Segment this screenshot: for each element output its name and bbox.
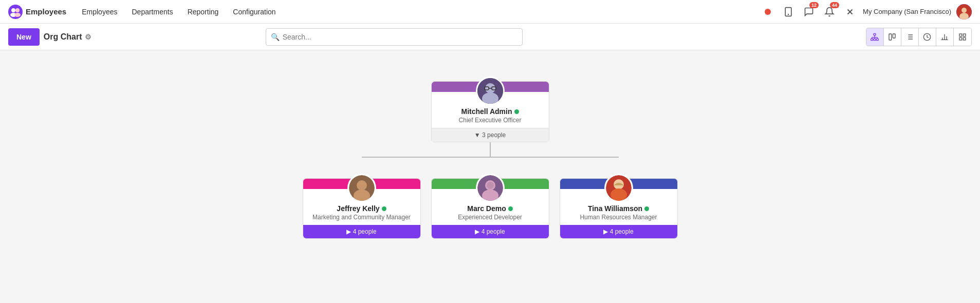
ceo-title: Chief Executive Officer	[437, 117, 544, 124]
svg-rect-36	[959, 37, 962, 40]
phone-icon	[783, 7, 793, 17]
employee-name-0: Jeffrey Kelly	[308, 204, 415, 213]
view-grid-btn[interactable]	[954, 28, 971, 46]
activity-icon-btn[interactable]: 44	[822, 4, 837, 20]
chat-icon	[804, 7, 814, 17]
svg-rect-12	[874, 33, 876, 35]
svg-rect-22	[893, 34, 896, 38]
employee-card-1[interactable]: Marc Demo Experienced Developer ▶ 4 peop…	[431, 178, 549, 239]
svg-rect-35	[963, 34, 966, 36]
x-icon	[845, 7, 855, 16]
employee-avatar-image-0	[349, 175, 375, 201]
subordinates-row: Jeffrey Kelly Marketing and Community Ma…	[303, 158, 678, 239]
chat-badge: 12	[809, 2, 819, 8]
org-chart: Mitchell Admin Chief Executive Officer ▼…	[10, 61, 970, 239]
brand-name: Employees	[26, 7, 66, 16]
employee-status-dot-1	[508, 206, 513, 211]
employee-body-2: Tina Williamson Human Resources Manager	[560, 202, 677, 225]
status-dot[interactable]	[760, 4, 775, 20]
employee-name-2: Tina Williamson	[565, 204, 672, 213]
svg-point-53	[611, 188, 627, 201]
employee-avatar-0	[347, 174, 376, 202]
employee-avatar-wrap-2	[560, 174, 677, 202]
list-icon	[905, 33, 914, 41]
employee-avatar-image-2	[606, 175, 632, 201]
search-input[interactable]	[266, 28, 523, 46]
kanban-icon	[888, 33, 896, 41]
nav-reporting[interactable]: Reporting	[180, 0, 226, 24]
svg-rect-34	[959, 34, 962, 36]
h-connector	[316, 142, 665, 158]
svg-point-4	[14, 13, 21, 17]
new-button[interactable]: New	[8, 28, 40, 46]
toolbar: New Org Chart ⚙ 🔍	[0, 24, 980, 50]
employee-card-2[interactable]: Tina Williamson Human Resources Manager …	[560, 178, 678, 239]
title-text: Org Chart	[44, 32, 82, 42]
view-clock-btn[interactable]	[919, 28, 936, 46]
view-icons	[866, 28, 972, 46]
user-avatar[interactable]	[956, 4, 972, 20]
employee-title-2: Human Resources Manager	[565, 214, 672, 221]
phone-icon-btn[interactable]	[781, 4, 796, 20]
employee-avatar-image-1	[477, 175, 503, 201]
employee-card-0[interactable]: Jeffrey Kelly Marketing and Community Ma…	[303, 178, 421, 239]
search-icon: 🔍	[271, 33, 280, 41]
top-nav: Employees Employees Departments Reportin…	[0, 0, 980, 24]
svg-rect-37	[963, 37, 966, 40]
employee-people-btn-0[interactable]: ▶ 4 people	[303, 225, 420, 238]
nav-right: 12 44 My Company (San Francisco)	[760, 4, 972, 20]
view-hierarchy-btn[interactable]	[866, 28, 884, 46]
employee-title-1: Experienced Developer	[437, 214, 544, 221]
ceo-body: Mitchell Admin Chief Executive Officer	[432, 105, 549, 128]
svg-rect-13	[871, 39, 873, 40]
employee-avatar-1	[476, 174, 505, 202]
svg-point-2	[15, 8, 20, 12]
svg-rect-14	[874, 39, 876, 40]
nav-employees[interactable]: Employees	[75, 0, 124, 24]
view-list-btn[interactable]	[901, 28, 919, 46]
employee-title-0: Marketing and Community Manager	[308, 214, 415, 221]
clock-icon	[923, 33, 931, 41]
ceo-avatar-image	[477, 78, 503, 104]
nav-configuration[interactable]: Configuration	[226, 0, 283, 24]
nav-departments[interactable]: Departments	[124, 0, 180, 24]
toolbar-title: Org Chart ⚙	[44, 32, 92, 42]
brand-icon	[8, 5, 23, 19]
view-bar-btn[interactable]	[936, 28, 954, 46]
employee-avatar-wrap-1	[432, 174, 549, 202]
search-wrap: 🔍	[266, 28, 523, 46]
employee-avatar-wrap-0	[303, 174, 420, 202]
close-icon-btn[interactable]	[842, 4, 858, 20]
employee-status-dot-2	[644, 206, 649, 211]
activity-icon	[824, 7, 835, 17]
red-dot	[765, 9, 771, 15]
chat-icon-btn[interactable]: 12	[801, 4, 817, 20]
svg-point-50	[487, 182, 494, 189]
ceo-name: Mitchell Admin	[437, 107, 544, 116]
hierarchy-icon	[871, 33, 879, 41]
ceo-card[interactable]: Mitchell Admin Chief Executive Officer ▼…	[431, 81, 549, 142]
ceo-avatar	[476, 77, 505, 105]
ceo-avatar-wrap	[432, 77, 549, 105]
gear-icon[interactable]: ⚙	[85, 33, 91, 41]
ceo-status-dot	[514, 109, 519, 114]
svg-rect-21	[889, 34, 892, 40]
view-kanban-btn[interactable]	[884, 28, 901, 46]
company-label[interactable]: My Company (San Francisco)	[863, 8, 951, 15]
employee-status-dot-0	[382, 206, 386, 211]
employee-avatar-2	[604, 174, 633, 202]
user-avatar-image	[956, 4, 972, 20]
search-container: 🔍	[266, 28, 523, 46]
brand[interactable]: Employees	[8, 5, 66, 19]
employee-people-btn-1[interactable]: ▶ 4 people	[432, 225, 549, 238]
svg-point-10	[961, 8, 967, 13]
employee-people-btn-2[interactable]: ▶ 4 people	[560, 225, 677, 238]
ceo-subordinates-btn[interactable]: ▼ 3 people	[432, 128, 549, 142]
bar-icon	[940, 33, 949, 41]
employee-body-1: Marc Demo Experienced Developer	[432, 202, 549, 225]
svg-point-1	[11, 8, 15, 12]
svg-point-45	[357, 180, 367, 191]
tree-connector	[316, 142, 665, 158]
main-content: Mitchell Admin Chief Executive Officer ▼…	[0, 50, 980, 303]
grid-icon	[958, 33, 967, 41]
